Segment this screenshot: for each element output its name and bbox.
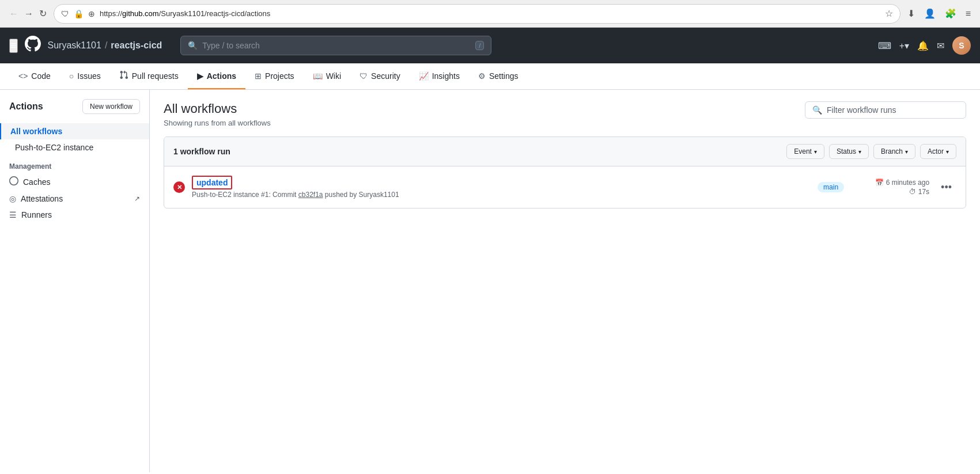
sidebar-item-attestations[interactable]: ◎ Attestations ↗ xyxy=(0,191,149,207)
run-title-link[interactable]: updated xyxy=(192,176,232,189)
header-right-icons: ⌨ +▾ 🔔 ✉ S xyxy=(878,36,971,55)
back-button[interactable]: ← xyxy=(7,6,21,21)
nav-issues[interactable]: ○ Issues xyxy=(60,63,110,89)
content-area: All workflows Showing runs from all work… xyxy=(150,90,980,472)
sidebar-item-runners[interactable]: ☰ Runners xyxy=(0,207,149,223)
nav-actions-label: Actions xyxy=(207,71,236,81)
tracking-icon: ⊕ xyxy=(88,9,95,18)
workflow-filters: Event ▾ Status ▾ Branch ▾ Actor ▾ xyxy=(786,144,956,159)
branch-filter-label: Branch xyxy=(881,147,903,156)
sidebar-item-caches[interactable]: Caches xyxy=(0,173,149,191)
notifications-bell[interactable]: 🔔 xyxy=(917,40,929,51)
run-author: Suryask1101 xyxy=(359,191,399,199)
issues-icon: ○ xyxy=(69,71,74,81)
actor-filter-label: Actor xyxy=(928,147,944,156)
run-info: updated Push-to-EC2 instance #1: Commit … xyxy=(192,176,811,199)
repo-breadcrumb: Suryask1101 / reactjs-cicd xyxy=(48,40,162,51)
nav-wiki-label: Wiki xyxy=(326,71,341,81)
branch-chevron-icon: ▾ xyxy=(905,149,908,155)
table-row: ✕ updated Push-to-EC2 instance #1: Commi… xyxy=(164,166,966,208)
run-commit-link[interactable]: cb32f1a xyxy=(298,191,323,199)
url-display: https://github.com/Suryask1101/reactjs-c… xyxy=(100,9,880,18)
failed-x-icon: ✕ xyxy=(177,184,182,191)
status-filter-button[interactable]: Status ▾ xyxy=(829,144,869,159)
run-workflow-name: Push-to-EC2 instance xyxy=(192,191,259,199)
actor-filter-button[interactable]: Actor ▾ xyxy=(920,144,956,159)
nav-projects[interactable]: ⊞ Projects xyxy=(245,63,304,89)
workflow-count: 1 workflow run xyxy=(173,147,230,156)
content-header: All workflows Showing runs from all work… xyxy=(164,101,966,127)
caches-icon xyxy=(9,176,18,187)
caches-label: Caches xyxy=(23,177,50,187)
settings-icon: ⚙ xyxy=(478,71,486,81)
pr-icon xyxy=(119,70,128,81)
search-box[interactable]: 🔍 Type / to search / xyxy=(180,36,491,55)
projects-icon: ⊞ xyxy=(255,71,262,81)
runners-label: Runners xyxy=(21,210,52,219)
wiki-icon: 📖 xyxy=(313,71,323,81)
search-icon: 🔍 xyxy=(188,41,198,50)
filter-search-input[interactable] xyxy=(827,105,959,115)
event-filter-button[interactable]: Event ▾ xyxy=(786,144,824,159)
nav-issues-label: Issues xyxy=(77,71,100,81)
browser-nav-group: ← → ↻ xyxy=(7,6,49,21)
run-branch-badge: main xyxy=(818,182,844,192)
all-workflows-label: All workflows xyxy=(10,127,62,136)
browser-chrome: ← → ↻ 🛡 🔒 ⊕ https://github.com/Suryask11… xyxy=(0,0,980,28)
lock-icon: 🔒 xyxy=(74,9,84,18)
run-number: #1 xyxy=(261,191,268,199)
nav-wiki[interactable]: 📖 Wiki xyxy=(304,63,350,89)
management-section-title: Management xyxy=(0,156,149,173)
sidebar-title: Actions xyxy=(9,101,43,112)
global-search: 🔍 Type / to search / xyxy=(180,36,491,55)
forward-button[interactable]: → xyxy=(22,6,36,21)
new-workflow-button[interactable]: New workflow xyxy=(82,99,140,114)
nav-code[interactable]: <> Code xyxy=(9,63,60,89)
plus-icon[interactable]: +▾ xyxy=(899,40,909,51)
run-more-button[interactable]: ••• xyxy=(936,179,956,196)
workflow-table: 1 workflow run Event ▾ Status ▾ Branch ▾ xyxy=(164,136,966,208)
branch-filter-button[interactable]: Branch ▾ xyxy=(873,144,915,159)
nav-pull-requests[interactable]: Pull requests xyxy=(110,63,188,89)
nav-insights-label: Insights xyxy=(432,71,460,81)
nav-settings[interactable]: ⚙ Settings xyxy=(469,63,528,89)
pocket-button[interactable]: ⬇ xyxy=(905,6,917,21)
repo-nav: <> Code ○ Issues Pull requests ▶ Actions… xyxy=(0,63,980,90)
inbox-icon[interactable]: ✉ xyxy=(937,40,944,51)
attestations-icon: ◎ xyxy=(9,194,16,203)
filter-search-box[interactable]: 🔍 xyxy=(805,101,966,119)
content-title-group: All workflows Showing runs from all work… xyxy=(164,101,271,127)
browser-menu-button[interactable]: ≡ xyxy=(963,6,973,21)
run-status-icon: ✕ xyxy=(173,181,185,193)
actor-chevron-icon: ▾ xyxy=(946,149,949,155)
nav-code-label: Code xyxy=(31,71,50,81)
filter-search-icon: 🔍 xyxy=(812,105,822,115)
page-title: All workflows xyxy=(164,101,271,116)
nav-settings-label: Settings xyxy=(489,71,519,81)
nav-actions[interactable]: ▶ Actions xyxy=(188,63,245,89)
insights-icon: 📈 xyxy=(419,71,429,81)
github-header: ≡ Suryask1101 / reactjs-cicd 🔍 Type / to… xyxy=(0,28,980,63)
sidebar-item-push-to-ec2[interactable]: Push-to-EC2 instance xyxy=(5,139,149,156)
terminal-icon[interactable]: ⌨ xyxy=(878,40,891,51)
run-time-info: 📅 6 minutes ago ⏱ 17s xyxy=(860,179,929,196)
sidebar-item-all-workflows[interactable]: All workflows xyxy=(0,123,149,139)
user-link[interactable]: Suryask1101 xyxy=(48,40,101,51)
profile-button[interactable]: 👤 xyxy=(922,6,938,21)
nav-insights[interactable]: 📈 Insights xyxy=(410,63,469,89)
repo-name[interactable]: reactjs-cicd xyxy=(111,40,162,51)
status-chevron-icon: ▾ xyxy=(858,149,861,155)
runners-icon: ☰ xyxy=(9,210,17,219)
address-bar[interactable]: 🛡 🔒 ⊕ https://github.com/Suryask1101/rea… xyxy=(54,4,900,24)
user-avatar[interactable]: S xyxy=(952,36,971,55)
clock-icon: ⏱ xyxy=(909,188,916,196)
extensions-button[interactable]: 🧩 xyxy=(943,6,959,21)
nav-security[interactable]: 🛡 Security xyxy=(350,63,410,89)
hamburger-button[interactable]: ≡ xyxy=(9,39,18,53)
external-link-icon: ↗ xyxy=(134,195,140,203)
github-logo[interactable] xyxy=(25,36,41,56)
status-filter-label: Status xyxy=(837,147,856,156)
refresh-button[interactable]: ↻ xyxy=(37,6,49,21)
main-layout: Actions New workflow All workflows Push-… xyxy=(0,90,980,472)
event-chevron-icon: ▾ xyxy=(814,149,817,155)
